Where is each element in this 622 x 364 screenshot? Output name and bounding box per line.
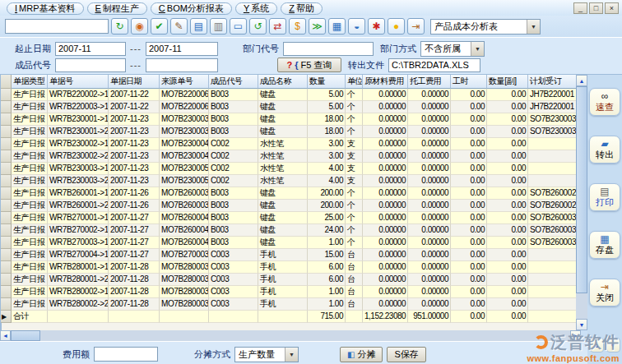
pinwheel-icon[interactable]: ✱ xyxy=(368,18,385,35)
alloc-mode-select[interactable]: 生产数量 ▼ xyxy=(234,347,299,362)
row-indicator[interactable] xyxy=(1,261,12,274)
horizontal-scroll-track[interactable] xyxy=(40,330,570,341)
close-window-button[interactable]: ⇥关闭 xyxy=(589,279,620,306)
minimize-button[interactable]: _ xyxy=(573,2,587,14)
refresh-icon[interactable]: ↻ xyxy=(111,18,128,35)
bell-icon[interactable]: ● xyxy=(388,18,405,35)
vertical-scroll-thumb[interactable] xyxy=(576,86,587,293)
dept-code-input[interactable] xyxy=(283,42,374,56)
f5-query-button[interactable]: ?{ F5 查询 xyxy=(277,58,341,72)
row-indicator[interactable] xyxy=(1,200,12,212)
row-indicator[interactable] xyxy=(1,249,12,261)
table-row[interactable]: 生产日报WR7B260001->12007-11-26MO7B260003B00… xyxy=(1,187,576,200)
row-up-button[interactable]: ▲ xyxy=(590,338,604,352)
table-row[interactable]: 生产日报WR7B220002->12007-11-22MO7B220006B00… xyxy=(1,89,576,101)
column-header[interactable]: 来源单号 xyxy=(160,75,209,89)
chevron-down-icon[interactable]: ▼ xyxy=(471,42,484,56)
horizontal-scrollbar[interactable]: ◄ ► xyxy=(0,330,581,341)
scroll-down-arrow[interactable]: ▼ xyxy=(576,319,587,330)
dept-mode-select[interactable]: 不含所属 ▼ xyxy=(420,41,485,57)
approve-icon[interactable]: ✔ xyxy=(151,18,168,35)
table-row[interactable]: 生产日报WR7B230002->12007-11-23MO7B230004C00… xyxy=(1,138,576,150)
column-header[interactable]: 单据号 xyxy=(48,75,109,89)
monitor-icon[interactable]: ▭ xyxy=(230,18,247,35)
table-row[interactable]: 生产日报WR7B230003->12007-11-23MO7B230005C00… xyxy=(1,163,576,175)
column-header[interactable]: 单据日期 xyxy=(109,75,160,89)
book-icon[interactable]: ▥ xyxy=(210,18,227,35)
table-row[interactable]: 生产日报WR7B270002->12007-11-27MO7B260004B00… xyxy=(1,224,576,237)
row-indicator[interactable] xyxy=(1,89,12,101)
row-indicator[interactable] xyxy=(1,212,12,224)
row-indicator[interactable] xyxy=(1,138,12,150)
row-indicator[interactable] xyxy=(1,175,12,187)
close-button[interactable]: × xyxy=(605,2,619,14)
report-select[interactable]: 产品成本分析表 ▼ xyxy=(430,19,541,35)
table-row[interactable]: ▶合计715.001,152.23080951.000000.000.00 xyxy=(1,311,576,323)
column-header[interactable]: 数量[副] xyxy=(487,75,528,89)
row-indicator[interactable] xyxy=(1,101,12,113)
loop-icon[interactable]: ↺ xyxy=(249,18,267,35)
print-button[interactable]: ▤打印 xyxy=(589,183,620,211)
menu-item-0[interactable]: IMRP基本资料 xyxy=(7,2,84,15)
table-row[interactable]: 生产日报WR7B280001->22007-11-28MO7B280003C00… xyxy=(1,274,576,286)
vertical-scroll-track[interactable] xyxy=(576,293,587,319)
table-row[interactable]: 生产日报WR7B270003->12007-11-27MO7B260004B00… xyxy=(1,237,576,249)
idcard-icon[interactable]: ▤ xyxy=(190,18,207,35)
column-header[interactable]: 成品代号 xyxy=(209,75,258,89)
row-down-button[interactable]: ▼ xyxy=(606,338,620,352)
column-header[interactable]: 原材料费用 xyxy=(363,75,408,89)
table-row[interactable]: 生产日报WR7B230001->12007-11-23MO7B230003B00… xyxy=(1,113,576,126)
menu-item-1[interactable]: E制程生产 xyxy=(87,2,147,15)
column-header[interactable]: 工时 xyxy=(451,75,487,89)
allocate-button[interactable]: ◧ 分摊 xyxy=(340,347,383,362)
product-to-input[interactable] xyxy=(146,58,218,72)
table-row[interactable]: 生产日报WR7B230002->22007-11-23MO7B230004C00… xyxy=(1,150,576,163)
table-row[interactable]: 生产日报WR7B230001->22007-11-23MO7B230003B00… xyxy=(1,126,576,138)
date-from-input[interactable] xyxy=(55,42,126,56)
row-indicator[interactable] xyxy=(1,224,12,237)
menu-item-3[interactable]: Y系统 xyxy=(235,2,277,15)
horizontal-scroll-thumb[interactable] xyxy=(11,330,40,341)
save-button[interactable]: S保存 xyxy=(387,347,425,362)
row-indicator[interactable] xyxy=(1,298,12,311)
export-file-input[interactable] xyxy=(388,58,480,72)
table-row[interactable]: 生产日报WR7B270004->12007-11-27MO7B270003C00… xyxy=(1,249,576,261)
column-header[interactable]: 计划受订 xyxy=(528,75,576,89)
row-indicator[interactable] xyxy=(1,126,12,138)
current-row-marker[interactable]: ▶ xyxy=(1,311,12,323)
product-from-input[interactable] xyxy=(55,58,126,72)
row-indicator[interactable] xyxy=(1,113,12,126)
scroll-right-arrow[interactable]: ► xyxy=(570,330,581,341)
table-row[interactable]: 生产日报WR7B280002->12007-11-28MO7B280003C00… xyxy=(1,286,576,298)
scroll-up-arrow[interactable]: ▲ xyxy=(576,75,587,86)
table-row[interactable]: 生产日报WR7B270001->12007-11-27MO7B260004B00… xyxy=(1,212,576,224)
row-indicator[interactable] xyxy=(1,237,12,249)
table-row[interactable]: 生产日报WR7B260001->22007-11-26MO7B260003B00… xyxy=(1,200,576,212)
column-header[interactable]: 数量 xyxy=(308,75,346,89)
row-indicator[interactable] xyxy=(1,274,12,286)
fee-amount-input[interactable] xyxy=(94,347,158,362)
column-header[interactable]: 单位 xyxy=(346,75,363,89)
quick-search-button[interactable]: ∞速查 xyxy=(589,88,620,116)
vertical-scrollbar[interactable]: ▲ ▼ xyxy=(576,75,587,330)
edit-icon[interactable]: ✎ xyxy=(170,18,188,35)
column-header[interactable]: 托工费用 xyxy=(408,75,451,89)
table-row[interactable]: 生产日报WR7B220003->12007-11-22MO7B220006B00… xyxy=(1,101,576,113)
save-disk-button[interactable]: ▦存盘 xyxy=(589,231,620,259)
table-row[interactable]: 生产日报WR7B280001->12007-11-28MO7B280003C00… xyxy=(1,261,576,274)
recheck-icon[interactable]: ≫ xyxy=(309,18,326,35)
chevron-down-icon[interactable]: ▼ xyxy=(285,348,298,362)
transfer-icon[interactable]: ⇄ xyxy=(269,18,286,35)
table-row[interactable]: 生产日报WR7B230003->22007-11-23MO7B230005C00… xyxy=(1,175,576,187)
exit-door-icon[interactable]: ⇥ xyxy=(407,18,425,35)
row-indicator[interactable] xyxy=(1,163,12,175)
directory-icon[interactable]: ◉ xyxy=(131,18,148,35)
row-indicator[interactable] xyxy=(1,286,12,298)
column-header[interactable]: 成品名称 xyxy=(258,75,308,89)
dollar-icon[interactable]: $ xyxy=(289,18,306,35)
row-indicator[interactable] xyxy=(1,150,12,163)
sync-icon[interactable]: ◒ xyxy=(348,18,365,35)
calculator-icon[interactable]: ▦ xyxy=(328,18,346,35)
menu-item-2[interactable]: CBOM分析报表 xyxy=(151,2,232,15)
restore-button[interactable]: □ xyxy=(589,2,603,14)
